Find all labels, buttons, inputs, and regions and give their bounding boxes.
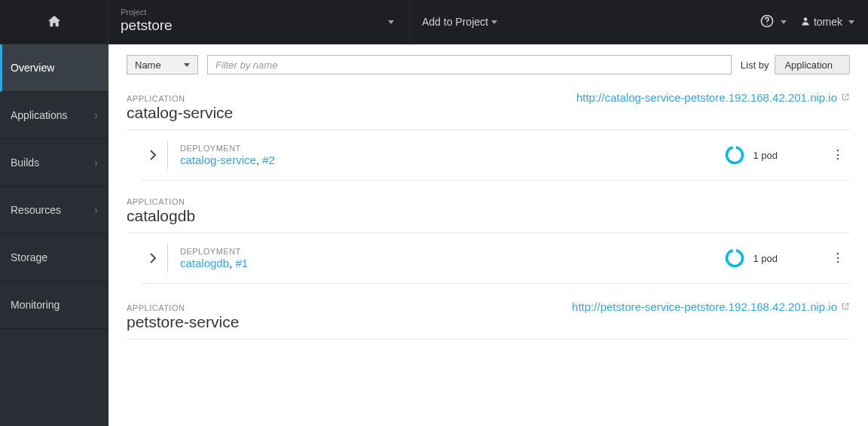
separator: , bbox=[256, 154, 262, 166]
project-label: Project bbox=[121, 8, 173, 17]
sidebar-item-label: Builds bbox=[11, 157, 39, 169]
expand-toggle[interactable] bbox=[149, 253, 157, 266]
list-by: List by Application bbox=[741, 55, 850, 75]
svg-point-2 bbox=[804, 17, 808, 21]
chevron-right-icon: › bbox=[94, 109, 98, 121]
sidebar-item-applications[interactable]: Applications › bbox=[0, 92, 108, 139]
deployment-name-link[interactable]: catalogdb bbox=[180, 257, 229, 269]
list-by-label: List by bbox=[741, 59, 769, 71]
application-block: APPLICATION catalog-service http://catal… bbox=[127, 91, 850, 181]
chevron-right-icon: › bbox=[94, 157, 98, 169]
deployment-row: DEPLOYMENT catalogdb, #1 1 pod ⋮ bbox=[142, 233, 850, 284]
deployment-name-link[interactable]: catalog-service bbox=[180, 154, 256, 166]
expand-toggle[interactable] bbox=[149, 150, 157, 163]
external-link-icon bbox=[841, 300, 850, 313]
divider bbox=[167, 141, 168, 169]
route-url: http://petstore-service-petstore.192.168… bbox=[572, 300, 837, 313]
divider bbox=[167, 244, 168, 272]
divider bbox=[127, 339, 850, 339]
chevron-down-icon bbox=[184, 63, 190, 67]
route-url: http://catalog-service-petstore.192.168.… bbox=[576, 91, 837, 104]
user-menu[interactable]: tomek bbox=[800, 16, 854, 29]
application-block: APPLICATION catalogdb DEPLOYMENT catalog… bbox=[127, 197, 850, 284]
filter-field-select[interactable]: Name bbox=[127, 55, 198, 75]
deployment-label: DEPLOYMENT bbox=[180, 144, 275, 153]
application-name: petstore-service bbox=[127, 313, 239, 331]
filter-field-label: Name bbox=[135, 59, 161, 71]
topbar: Project petstore Add to Project tomek bbox=[0, 0, 868, 44]
add-to-project[interactable]: Add to Project bbox=[410, 0, 509, 44]
project-name: petstore bbox=[121, 17, 173, 35]
help-menu[interactable] bbox=[760, 14, 787, 31]
sidebar-item-storage[interactable]: Storage bbox=[0, 234, 108, 281]
sidebar-item-label: Resources bbox=[11, 204, 61, 216]
application-block: APPLICATION petstore-service http://pets… bbox=[127, 300, 850, 339]
external-link-icon bbox=[841, 91, 850, 104]
deployment-actions-menu[interactable]: ⋮ bbox=[830, 252, 845, 264]
chevron-down-icon bbox=[388, 20, 394, 24]
sidebar-item-resources[interactable]: Resources › bbox=[0, 187, 108, 234]
chevron-down-icon bbox=[781, 20, 787, 24]
sidebar-item-label: Overview bbox=[11, 62, 54, 74]
add-to-project-label: Add to Project bbox=[422, 16, 488, 28]
pod-status-ring-icon[interactable] bbox=[724, 145, 745, 166]
deployment-revision-link[interactable]: #1 bbox=[235, 257, 248, 269]
application-section-label: APPLICATION bbox=[127, 94, 233, 103]
deployment-actions-menu[interactable]: ⋮ bbox=[830, 149, 845, 161]
application-route-link[interactable]: http://petstore-service-petstore.192.168… bbox=[572, 300, 850, 313]
deployment-label: DEPLOYMENT bbox=[180, 247, 248, 256]
home-button[interactable] bbox=[0, 0, 108, 44]
filter-row: Name List by Application bbox=[127, 55, 850, 75]
chevron-right-icon: › bbox=[94, 204, 98, 216]
list-by-value: Application bbox=[784, 59, 833, 71]
sidebar-item-overview[interactable]: Overview bbox=[0, 44, 108, 92]
application-section-label: APPLICATION bbox=[127, 197, 195, 206]
svg-point-1 bbox=[766, 23, 767, 24]
application-name: catalogdb bbox=[127, 207, 195, 225]
chevron-down-icon bbox=[848, 20, 854, 24]
sidebar-item-builds[interactable]: Builds › bbox=[0, 139, 108, 187]
sidebar: Overview Applications › Builds › Resourc… bbox=[0, 44, 108, 426]
deployment-revision-link[interactable]: #2 bbox=[262, 154, 275, 166]
sidebar-item-label: Applications bbox=[11, 109, 68, 121]
home-icon bbox=[47, 14, 62, 30]
svg-point-4 bbox=[726, 249, 744, 267]
username: tomek bbox=[814, 16, 842, 28]
application-route-link[interactable]: http://catalog-service-petstore.192.168.… bbox=[576, 91, 850, 104]
list-by-select[interactable]: Application bbox=[775, 55, 850, 75]
application-name: catalog-service bbox=[127, 104, 233, 122]
pod-count: 1 pod bbox=[753, 150, 778, 161]
chevron-down-icon bbox=[491, 20, 497, 24]
sidebar-item-label: Monitoring bbox=[11, 299, 60, 311]
svg-point-3 bbox=[726, 146, 744, 164]
user-icon bbox=[800, 16, 811, 29]
topbar-right: tomek bbox=[760, 0, 868, 44]
application-section-label: APPLICATION bbox=[127, 303, 239, 312]
sidebar-item-label: Storage bbox=[11, 251, 47, 263]
help-icon bbox=[760, 14, 775, 31]
filter-input[interactable] bbox=[207, 55, 732, 75]
deployment-row: DEPLOYMENT catalog-service, #2 1 pod ⋮ bbox=[142, 130, 850, 181]
sidebar-item-monitoring[interactable]: Monitoring bbox=[0, 281, 108, 329]
main-content: Name List by Application APPLICATION cat… bbox=[108, 44, 868, 426]
project-selector[interactable]: Project petstore bbox=[108, 0, 410, 44]
pod-count: 1 pod bbox=[753, 253, 778, 264]
pod-status-ring-icon[interactable] bbox=[724, 248, 745, 269]
